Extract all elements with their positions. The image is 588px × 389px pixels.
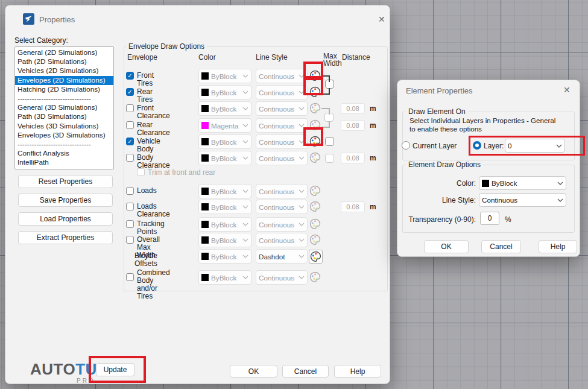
front-clearance-color-select[interactable]: ByBlock — [198, 101, 251, 116]
front-tires-line-style-select[interactable]: Continuous — [256, 69, 308, 83]
vehicle-body-checkbox[interactable]: ✓ — [126, 138, 134, 145]
close-icon[interactable]: ✕ — [378, 15, 385, 24]
tracking-points-line-style-select[interactable]: Continuous — [256, 217, 308, 232]
color-select[interactable]: ByBlock — [479, 176, 566, 190]
ok-button[interactable]: OK — [230, 365, 277, 378]
combined-body-label: Combined Body and/or Tires — [137, 269, 170, 300]
chevron-down-icon — [242, 189, 248, 193]
combined-body-line-style-select[interactable]: Continuous — [256, 270, 308, 285]
rear-tires-color-select[interactable]: ByBlock — [198, 85, 251, 100]
chevron-down-icon — [242, 107, 248, 110]
category-item-vehicles-3d-simulations[interactable]: Vehicles (3D Simulations) — [15, 122, 113, 131]
help-button[interactable]: Help — [334, 365, 381, 378]
body-clearance-color-palette-button[interactable] — [309, 151, 321, 164]
combined-body-checkbox[interactable] — [126, 273, 134, 281]
loads-clearance-color-select[interactable]: ByBlock — [198, 200, 251, 214]
color-swatch — [201, 89, 209, 96]
overall-max-width-color-palette-button[interactable] — [309, 233, 321, 246]
rear-clearance-label: Rear Clearance — [137, 121, 170, 137]
front-clearance-color-palette-button[interactable] — [309, 102, 321, 115]
help-button[interactable]: Help — [539, 240, 577, 253]
overall-max-width-checkbox[interactable] — [126, 236, 134, 244]
combined-body-color-select[interactable]: ByBlock — [198, 270, 251, 285]
category-item-general-3d-simulations[interactable]: General (3D Simulations) — [15, 103, 113, 112]
vehicle-body-line-style-select[interactable]: Continuous — [256, 134, 308, 149]
line-style-label: Line Style: — [409, 196, 476, 204]
category-item-conflict-analysis[interactable]: Conflict Analysis — [15, 149, 113, 158]
element-draw-options-title: Element Draw Options — [406, 160, 483, 169]
front-tires-color-select[interactable]: ByBlock — [198, 69, 251, 83]
transparency-unit: % — [505, 215, 511, 224]
category-item-[interactable]: ------------------------------- — [15, 94, 113, 103]
category-item-envelopes-3d-simulations[interactable]: Envelopes (3D Simulations) — [15, 131, 113, 140]
combined-body-color-palette-button[interactable] — [309, 271, 321, 283]
element-dialog-title: Element Properties — [406, 86, 473, 95]
rear-clearance-line-style-select[interactable]: Continuous — [256, 118, 308, 133]
highlight-box-front-tires-palette — [303, 62, 323, 78]
bicycle-offsets-line-style-select[interactable]: Dashdot — [256, 249, 308, 264]
tracking-points-color-palette-button[interactable] — [309, 218, 321, 230]
rear-tires-checkbox[interactable]: ✓ — [126, 88, 134, 96]
category-item-path-2d-simulations[interactable]: Path (2D Simulations) — [15, 57, 113, 66]
tracking-points-color-select[interactable]: ByBlock — [198, 217, 251, 232]
front-clearance-distance-input[interactable]: 0.08 — [341, 103, 365, 114]
rear-clearance-distance-input[interactable]: 0.08 — [341, 120, 365, 131]
loads-clearance-line-style-select[interactable]: Continuous — [256, 200, 308, 214]
rear-clearance-color-select[interactable]: Magenta — [198, 118, 251, 133]
body-clearance-distance-input[interactable]: 0.08 — [341, 153, 365, 163]
cancel-button[interactable]: Cancel — [282, 365, 329, 378]
extract-properties-button[interactable]: Extract Properties — [18, 231, 113, 244]
loads-clearance-color-palette-button[interactable] — [309, 200, 321, 213]
body-clearance-line-style-select[interactable]: Continuous — [256, 151, 308, 165]
tracking-points-checkbox[interactable] — [126, 220, 134, 228]
transparency-input[interactable]: 0 — [480, 212, 499, 225]
color-swatch — [201, 188, 209, 195]
body-clearance-color-select[interactable]: ByBlock — [198, 151, 251, 165]
category-item-hatching-2d-simulations[interactable]: Hatching (2D Simulations) — [15, 85, 113, 94]
vehicle-body-color-select[interactable]: ByBlock — [198, 134, 251, 149]
loads-clearance-checkbox[interactable] — [126, 203, 134, 210]
current-layer-radio[interactable] — [402, 141, 410, 150]
loads-line-style-select[interactable]: Continuous — [256, 184, 308, 198]
category-item-path-3d-simulations[interactable]: Path (3D Simulations) — [15, 112, 113, 121]
category-item-general-2d-simulations[interactable]: General (2D Simulations) — [15, 48, 113, 57]
rear-tires-line-style-select[interactable]: Continuous — [256, 85, 308, 100]
front-tires-checkbox[interactable]: ✓ — [126, 72, 134, 80]
line-style-select[interactable]: Continuous — [479, 193, 566, 207]
body-clearance-checkbox[interactable] — [126, 154, 134, 162]
desktop-grid-background: Properties ✕ Select Category: General (2… — [0, 0, 588, 389]
max-width-checkbox-vehicle-body[interactable] — [325, 137, 334, 146]
loads-color-palette-button[interactable] — [309, 185, 321, 197]
layers-note-line1: Select Individual Layers in Properties -… — [409, 116, 555, 124]
category-item-envelopes-2d-simulations[interactable]: Envelopes (2D Simulations) — [15, 76, 113, 85]
save-properties-button[interactable]: Save Properties — [18, 194, 113, 207]
loads-checkbox[interactable] — [126, 187, 134, 195]
category-item-[interactable]: ------------------------------- — [15, 140, 113, 149]
front-clearance-checkbox[interactable] — [126, 104, 134, 112]
chevron-down-icon — [299, 238, 305, 242]
category-item-vehicles-2d-simulations[interactable]: Vehicles (2D Simulations) — [15, 66, 113, 75]
ok-button[interactable]: OK — [424, 240, 469, 253]
column-header-distance: Distance — [342, 53, 370, 62]
cancel-button[interactable]: Cancel — [481, 240, 521, 253]
chevron-down-icon — [299, 156, 305, 160]
category-listbox[interactable]: General (2D Simulations)Path (2D Simulat… — [14, 46, 114, 169]
close-icon[interactable]: ✕ — [563, 86, 571, 94]
category-item-intellipath[interactable]: IntelliPath — [15, 158, 113, 167]
bicycle-offsets-color-palette-button[interactable] — [309, 250, 323, 264]
overall-max-width-line-style-select[interactable]: Continuous — [256, 233, 308, 247]
front-clearance-distance-unit: m — [370, 104, 376, 113]
load-properties-button[interactable]: Load Properties — [18, 212, 113, 226]
loads-clearance-distance-input[interactable]: 0.08 — [341, 201, 365, 212]
bicycle-offsets-color-select[interactable]: ByBlock — [198, 249, 251, 264]
column-header-envelope: Envelope — [127, 53, 157, 62]
loads-color-select[interactable]: ByBlock — [198, 184, 251, 198]
chevron-down-icon — [557, 182, 563, 185]
front-clearance-line-style-select[interactable]: Continuous — [256, 101, 308, 116]
reset-properties-button[interactable]: Reset Properties — [18, 175, 113, 188]
max-width-checkbox-body-clearance[interactable] — [325, 154, 334, 163]
trim-at-front-and-rear-checkbox[interactable] — [137, 168, 145, 176]
overall-max-width-color-select[interactable]: ByBlock — [198, 233, 251, 247]
rear-clearance-checkbox[interactable] — [126, 121, 134, 129]
chevron-down-icon — [242, 90, 248, 94]
